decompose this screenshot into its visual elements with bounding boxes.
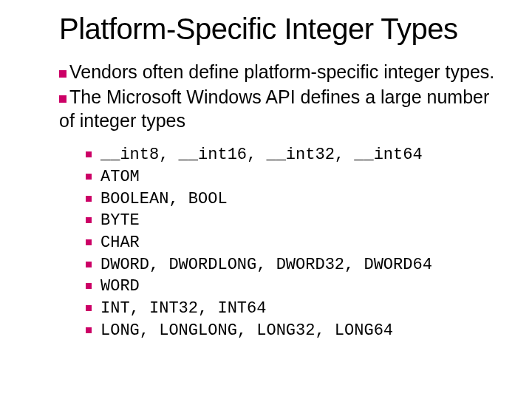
square-bullet-icon xyxy=(86,151,92,157)
square-bullet-icon xyxy=(59,95,66,103)
square-bullet-icon xyxy=(86,217,92,223)
sub-bullet-text: BOOLEAN, BOOL xyxy=(100,190,228,208)
sub-bullet-item: BOOLEAN, BOOL xyxy=(86,188,502,211)
main-bullet-item: Vendors often define platform-specific i… xyxy=(59,60,502,83)
sub-bullet-text: __int8, __int16, __int32, __int64 xyxy=(100,146,423,164)
sub-bullet-item: INT, INT32, INT64 xyxy=(86,298,502,320)
main-bullet-text: The Microsoft Windows API defines a larg… xyxy=(59,86,489,131)
sub-bullet-list: __int8, __int16, __int32, __int64 ATOM B… xyxy=(86,144,502,341)
sub-bullet-item: CHAR xyxy=(86,232,502,254)
main-bullet-list: Vendors often define platform-specific i… xyxy=(59,60,502,132)
sub-bullet-text: INT, INT32, INT64 xyxy=(100,299,266,318)
sub-bullet-text: WORD xyxy=(100,277,140,296)
sub-bullet-item: DWORD, DWORDLONG, DWORD32, DWORD64 xyxy=(86,254,502,276)
sub-bullet-item: ATOM xyxy=(86,166,502,188)
square-bullet-icon xyxy=(59,70,66,78)
square-bullet-icon xyxy=(86,174,92,180)
main-bullet-item: The Microsoft Windows API defines a larg… xyxy=(59,85,502,132)
square-bullet-icon xyxy=(86,196,92,202)
sub-bullet-text: DWORD, DWORDLONG, DWORD32, DWORD64 xyxy=(100,256,432,274)
sub-bullet-item: LONG, LONGLONG, LONG32, LONG64 xyxy=(86,320,502,342)
main-bullet-text: Vendors often define platform-specific i… xyxy=(69,61,494,82)
slide-title: Platform-Specific Integer Types xyxy=(59,13,502,45)
sub-bullet-item: __int8, __int16, __int32, __int64 xyxy=(86,144,502,166)
square-bullet-icon xyxy=(86,327,92,333)
slide: Platform-Specific Integer Types Vendors … xyxy=(0,0,532,399)
square-bullet-icon xyxy=(86,262,92,267)
square-bullet-icon xyxy=(86,239,92,245)
sub-bullet-text: CHAR xyxy=(100,233,140,252)
sub-bullet-text: LONG, LONGLONG, LONG32, LONG64 xyxy=(100,321,393,340)
square-bullet-icon xyxy=(86,305,92,311)
sub-bullet-item: WORD xyxy=(86,276,502,298)
sub-bullet-text: BYTE xyxy=(100,211,140,230)
sub-bullet-item: BYTE xyxy=(86,210,502,232)
square-bullet-icon xyxy=(86,283,92,289)
sub-bullet-text: ATOM xyxy=(100,168,140,186)
